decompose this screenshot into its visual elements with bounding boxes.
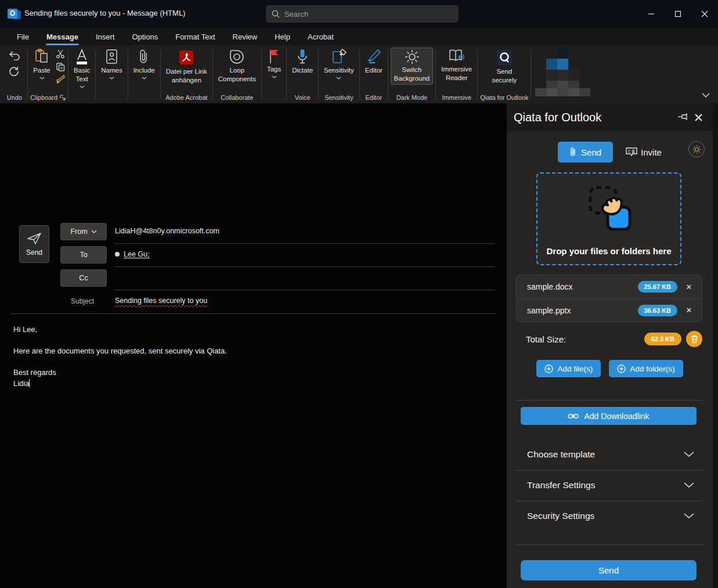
undo-icon[interactable] <box>9 51 20 60</box>
dialog-launcher-icon[interactable] <box>60 95 66 100</box>
file-name: sample.pptx <box>527 306 632 315</box>
message-body[interactable]: Hi Lee, Here are the documents you reque… <box>13 324 227 389</box>
editor-button[interactable]: Editor <box>362 48 385 76</box>
recipient-chip[interactable]: Lee Gu; <box>124 250 149 258</box>
ribbon-group-dark-mode: SwitchBackground Dark Mode <box>389 45 435 103</box>
chevron-down-icon <box>684 513 694 519</box>
tab-help[interactable]: Help <box>267 30 298 44</box>
microphone-icon <box>297 49 308 65</box>
tags-button[interactable]: Tags <box>264 48 284 80</box>
ribbon-group-tags: Tags <box>262 45 286 103</box>
tab-options[interactable]: Options <box>124 30 165 44</box>
ribbon-group-qiata: Sendsecurely Qiata for Outlook <box>478 45 530 103</box>
search-box[interactable] <box>266 5 459 23</box>
title-bar: O Sending files securely to you - Messag… <box>0 0 718 28</box>
copy-icon[interactable] <box>56 62 65 71</box>
send-message-button[interactable]: Send <box>19 225 49 263</box>
loop-components-button[interactable]: LoopComponents <box>215 48 259 85</box>
security-settings-section[interactable]: Security Settings <box>516 504 702 528</box>
address-book-icon <box>104 49 118 65</box>
panel-send-label: Send <box>598 565 619 575</box>
qiata-logo-icon <box>496 49 513 66</box>
send-message-label: Send <box>26 248 42 257</box>
immersive-group-label: Immersive <box>442 94 471 101</box>
file-drop-zone[interactable]: Drop your files or folders here <box>536 172 681 265</box>
panel-send-button[interactable]: Send <box>521 560 697 580</box>
maximize-button[interactable] <box>665 0 691 28</box>
chevron-down-icon <box>702 93 710 98</box>
include-button[interactable]: Include <box>131 48 158 81</box>
panel-tabs: Send Invite <box>507 142 713 163</box>
tab-insert[interactable]: Insert <box>88 30 122 44</box>
editor-group-label: Editor <box>365 94 382 101</box>
send-securely-button[interactable]: Sendsecurely <box>489 48 519 86</box>
sensitivity-icon <box>331 49 347 65</box>
redo-icon[interactable] <box>9 66 19 77</box>
tab-file[interactable]: File <box>9 30 37 44</box>
panel-header: Qiata for Outlook <box>507 103 713 131</box>
security-settings-label: Security Settings <box>527 511 684 521</box>
close-panel-button[interactable] <box>691 110 706 125</box>
collapse-ribbon-button[interactable] <box>702 89 710 100</box>
dictate-label: Dictate <box>292 66 313 75</box>
dictate-button[interactable]: Dictate <box>289 48 316 76</box>
close-button[interactable] <box>691 0 718 28</box>
add-files-label: Add file(s) <box>557 365 593 373</box>
sensitivity-button[interactable]: Sensitivity <box>321 48 357 81</box>
cut-icon[interactable] <box>56 49 65 59</box>
add-folders-button[interactable]: Add folder(s) <box>609 360 683 377</box>
immersive-reader-label: ImmersiveReader <box>441 65 472 82</box>
tab-send[interactable]: Send <box>558 142 613 163</box>
to-button[interactable]: To <box>60 246 107 264</box>
pin-panel-button[interactable] <box>676 110 691 125</box>
file-row: sample.pptx 36.63 KB ✕ <box>517 298 702 322</box>
tab-format-text[interactable]: Format Text <box>168 30 222 44</box>
ribbon-group-voice: Dictate Voice <box>287 45 317 103</box>
search-input[interactable] <box>284 10 453 19</box>
basic-text-button[interactable]: BasicText <box>71 48 93 89</box>
choose-template-section[interactable]: Choose template <box>516 443 702 466</box>
loop-components-label: LoopComponents <box>218 66 256 84</box>
ribbon-group-editor: Editor Editor <box>360 45 387 103</box>
subject-input[interactable]: Sending files securely to you <box>115 297 207 305</box>
to-recipients-field[interactable]: Lee Gu; <box>115 250 149 258</box>
subject-label: Subject <box>71 297 94 305</box>
file-row: sample.docx 25.67 KB ✕ <box>517 275 702 298</box>
from-button[interactable]: From <box>60 223 107 240</box>
ribbon-group-immersive: ImmersiveReader Immersive <box>436 45 477 103</box>
paste-button[interactable]: Paste <box>30 48 53 81</box>
chevron-down-icon <box>39 77 45 80</box>
acrobat-icon <box>178 49 195 66</box>
format-painter-icon[interactable] <box>56 75 66 84</box>
dropzone-text: Drop your files or folders here <box>546 246 671 256</box>
ribbon-group-basic-text: BasicText <box>69 45 95 103</box>
sensitivity-label: Sensitivity <box>324 66 354 75</box>
add-downloadlink-button[interactable]: Add Downloadlink <box>521 407 697 425</box>
sensitivity-group-label: Sensitivity <box>324 94 353 101</box>
collaborate-group-label: Collaborate <box>221 94 253 101</box>
chevron-down-icon <box>91 230 97 233</box>
panel-scrollbar[interactable] <box>713 103 718 588</box>
minimize-button[interactable] <box>638 0 665 28</box>
switch-background-button[interactable]: SwitchBackground <box>391 48 433 85</box>
tab-message[interactable]: Message <box>39 30 86 44</box>
transfer-settings-label: Transfer Settings <box>527 480 684 490</box>
cc-button[interactable]: Cc <box>60 269 107 287</box>
include-label: Include <box>134 66 155 75</box>
transfer-settings-section[interactable]: Transfer Settings <box>516 474 702 497</box>
ribbon-group-include: Include <box>129 45 160 103</box>
attached-file-list: sample.docx 25.67 KB ✕ sample.pptx 36.63… <box>516 275 702 322</box>
tab-invite[interactable]: Invite <box>626 147 662 157</box>
remove-file-button[interactable]: ✕ <box>683 306 695 315</box>
remove-file-button[interactable]: ✕ <box>683 283 695 291</box>
plus-circle-icon <box>617 365 626 373</box>
attach-via-link-button[interactable]: Datei per Linkanhängen <box>163 48 210 86</box>
remove-all-files-button[interactable] <box>686 331 702 347</box>
send-securely-label: Sendsecurely <box>492 67 517 85</box>
immersive-reader-button[interactable]: ImmersiveReader <box>438 48 475 84</box>
tab-review[interactable]: Review <box>225 30 265 44</box>
names-button[interactable]: Names <box>98 48 125 81</box>
file-size-badge: 25.67 KB <box>638 281 677 293</box>
add-files-button[interactable]: Add file(s) <box>536 360 601 377</box>
tab-acrobat[interactable]: Acrobat <box>300 30 341 44</box>
